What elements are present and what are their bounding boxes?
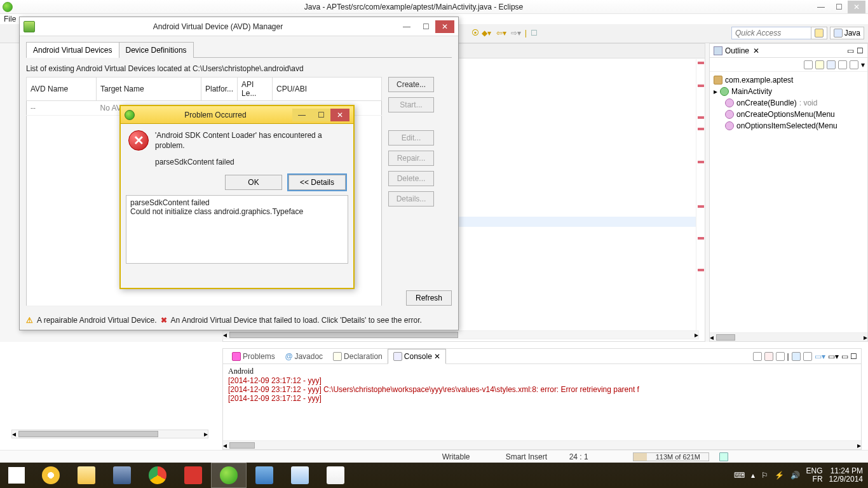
eclipse-titlebar: Java - APTest/src/com/example/aptest/Mai… (0, 0, 868, 14)
problem-title: Problem Occurred (139, 111, 292, 119)
perspective-label: Java (844, 29, 860, 37)
avd-minimize-button[interactable]: — (397, 20, 416, 33)
quick-access[interactable] (731, 27, 817, 39)
gc-button[interactable] (719, 452, 728, 461)
warning-icon: ⚠ (26, 316, 33, 325)
avd-close-button[interactable]: ✕ (435, 20, 454, 33)
error-message: 'Android SDK Content Loader' has encount… (155, 130, 346, 151)
refresh-button[interactable]: Refresh (406, 290, 452, 306)
col-avd-name[interactable]: AVD Name (27, 78, 97, 101)
col-platform[interactable]: Platfor... (201, 78, 238, 101)
window-minimize-button[interactable]: — (812, 1, 830, 13)
flag-icon[interactable]: ⚐ (761, 471, 768, 480)
col-cpu[interactable]: CPU/ABI (273, 78, 382, 101)
console-title: Android (228, 367, 856, 376)
language-indicator[interactable]: ENGFR (806, 467, 823, 484)
console-body[interactable]: Android [2014-12-09 23:17:12 - yyy] [201… (223, 364, 861, 440)
windows-taskbar[interactable]: ⌨ ▴ ⚐ ⚡ 🔊 ENGFR 11:24 PM12/9/2014 (0, 463, 868, 488)
error-icon: ✖ (161, 316, 167, 325)
outline-scrollbar[interactable]: ◂▸ (710, 332, 867, 341)
edit-button[interactable]: Edit... (388, 130, 434, 146)
status-bar: Writable Smart Insert 24 : 1 113M of 621… (0, 450, 868, 463)
status-insert: Smart Insert (506, 452, 550, 461)
ok-button[interactable]: OK (225, 175, 282, 190)
taskbar-download[interactable] (247, 463, 282, 488)
taskbar-app[interactable] (104, 463, 140, 488)
legend-repairable: A repairable Android Virtual Device. (37, 316, 157, 325)
tab-declaration[interactable]: Declaration (328, 349, 388, 363)
outline-method-oncreate[interactable]: onCreate(Bundle) : void (714, 97, 864, 109)
outline-method-oncreateoptions[interactable]: onCreateOptionsMenu(Menu (714, 109, 864, 120)
console-line: [2014-12-09 23:17:12 - yyy] (228, 376, 856, 385)
col-api[interactable]: API Le... (238, 78, 273, 101)
outline-package[interactable]: com.example.aptest (714, 74, 864, 86)
avd-tab-definitions[interactable]: Device Definitions (119, 42, 194, 58)
start-button[interactable] (0, 463, 33, 488)
clock[interactable]: 11:24 PM12/9/2014 (829, 467, 863, 484)
avd-title: Android Virtual Device (AVD) Manager (39, 22, 397, 31)
quick-access-input[interactable] (731, 27, 817, 39)
taskbar-explorer[interactable] (69, 463, 104, 488)
col-target[interactable]: Target Name (97, 78, 201, 101)
tab-javadoc[interactable]: @Javadoc (280, 349, 328, 363)
legend-failed: An Android Virtual Device that failed to… (171, 316, 422, 325)
outline-view: Outline ✕ ▭ ☐ ▾ com.example.aptest ▸Main… (709, 43, 868, 342)
open-perspective-button[interactable] (811, 27, 827, 39)
delete-button[interactable]: Delete... (388, 171, 434, 186)
console-h-scrollbar[interactable]: ◂▸ (223, 440, 861, 449)
keyboard-icon[interactable]: ⌨ (734, 471, 745, 480)
console-toolbar[interactable]: |▭▾▭▾ ▭ ☐ (753, 352, 857, 363)
taskbar-notepad[interactable] (282, 463, 318, 488)
taskbar-paint[interactable] (318, 463, 353, 488)
console-line: [2014-12-09 23:17:12 - yyy] C:\Users\chr… (228, 385, 856, 394)
create-button[interactable]: Create... (388, 77, 434, 92)
bottom-views: Problems @Javadoc Declaration Console ✕ … (222, 348, 862, 450)
eclipse-icon (125, 110, 135, 120)
view-maximize-icon[interactable]: ☐ (857, 46, 864, 55)
menu-file[interactable]: File (4, 15, 16, 24)
outline-method-onoptions[interactable]: onOptionsItemSelected(Menu (714, 120, 864, 132)
outline-title: Outline (725, 46, 749, 55)
outline-class[interactable]: ▸MainActivity (714, 86, 864, 97)
details-toggle-button[interactable]: << Details (288, 175, 346, 190)
system-tray[interactable]: ⌨ ▴ ⚐ ⚡ 🔊 ENGFR 11:24 PM12/9/2014 (729, 467, 868, 484)
problem-close-button[interactable]: ✕ (330, 109, 349, 121)
nav-history-buttons[interactable]: ⦿◆▾ ⇦▾ ⇨▾ | ☐ (470, 28, 539, 37)
taskbar-eclipse[interactable] (211, 463, 247, 488)
window-title: Java - APTest/src/com/example/aptest/Mai… (15, 3, 812, 11)
heap-status-text: 113M of 621M (656, 453, 700, 461)
window-close-button[interactable]: ✕ (848, 1, 865, 13)
taskbar-chrome[interactable] (140, 463, 175, 488)
android-icon (24, 21, 35, 32)
eclipse-icon (3, 2, 13, 12)
java-perspective-button[interactable]: Java (830, 27, 864, 39)
problem-dialog: Problem Occurred — ☐ ✕ ✕ 'Android SDK Co… (119, 105, 355, 289)
error-icon: ✕ (128, 130, 149, 151)
details-button[interactable]: Details... (388, 191, 434, 207)
tray-up-icon[interactable]: ▴ (751, 471, 755, 480)
error-details-line: parseSdkContent failed (130, 198, 344, 207)
problem-maximize-button[interactable]: ☐ (311, 109, 330, 121)
tab-console[interactable]: Console ✕ (388, 349, 446, 364)
outline-toolbar[interactable]: ▾ (710, 58, 867, 72)
error-details[interactable]: parseSdkContent failed Could not initial… (126, 195, 348, 264)
avd-tab-devices[interactable]: Android Virtual Devices (26, 42, 119, 58)
error-submessage: parseSdkContent failed (155, 157, 346, 167)
tab-problems[interactable]: Problems (227, 349, 280, 363)
power-icon[interactable]: ⚡ (775, 471, 784, 480)
avd-maximize-button[interactable]: ☐ (416, 20, 435, 33)
left-h-scrollbar[interactable]: ◂▸ (11, 430, 208, 438)
status-cursor: 24 : 1 (569, 452, 614, 461)
outline-icon (714, 46, 722, 55)
window-maximize-button[interactable]: ☐ (830, 1, 848, 13)
start-button[interactable]: Start... (388, 97, 434, 112)
error-details-line: Could not initialize class android.graph… (130, 207, 344, 216)
repair-button[interactable]: Repair... (388, 151, 434, 166)
taskbar-chrome-canary[interactable] (33, 463, 69, 488)
problem-minimize-button[interactable]: — (292, 109, 311, 121)
volume-icon[interactable]: 🔊 (790, 471, 800, 480)
view-minimize-icon[interactable]: ▭ (847, 46, 854, 55)
status-writable: Writable (442, 452, 487, 461)
taskbar-app-red[interactable] (175, 463, 211, 488)
editor-h-scrollbar[interactable]: ◂▸ (222, 330, 699, 339)
